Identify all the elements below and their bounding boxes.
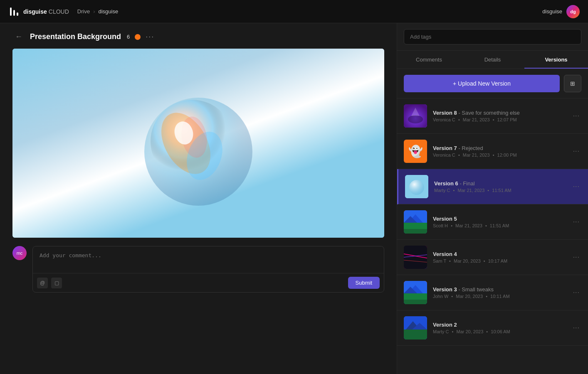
upload-new-version-button[interactable]: + Upload New Version bbox=[404, 75, 560, 92]
version-item-v7[interactable]: 👻Version 7 - RejectedVeronica C • Mar 21… bbox=[397, 134, 588, 169]
breadcrumb-current: disguise bbox=[99, 8, 119, 15]
version-info-v3: Version 3 - Small tweaksJohn W • Mar 20,… bbox=[433, 286, 566, 299]
user-menu[interactable]: disguise dg bbox=[542, 5, 580, 18]
version-info-v5: Version 5Scott H • Mar 21, 2023 • 11:51 … bbox=[433, 216, 566, 228]
version-item-v4[interactable]: Version 4Sam T • Mar 20, 2023 • 10:17 AM… bbox=[397, 240, 588, 275]
version-more-button-v8[interactable]: ··· bbox=[571, 111, 581, 121]
right-panel: Comments Details Versions + Upload New V… bbox=[397, 23, 588, 374]
svg-rect-1 bbox=[13, 10, 15, 16]
tab-comments[interactable]: Comments bbox=[397, 51, 461, 69]
svg-rect-29 bbox=[404, 330, 427, 340]
submit-comment-button[interactable]: Submit bbox=[348, 277, 380, 289]
file-comment-count: 6 bbox=[127, 34, 130, 40]
version-info-v4: Version 4Sam T • Mar 20, 2023 • 10:17 AM bbox=[433, 251, 566, 263]
version-more-button-v2[interactable]: ··· bbox=[571, 322, 581, 333]
svg-rect-18 bbox=[404, 229, 427, 234]
tags-bar[interactable] bbox=[397, 23, 588, 51]
file-more-button[interactable]: ··· bbox=[146, 32, 154, 41]
left-panel: ← Presentation Background 6 ··· bbox=[0, 23, 397, 374]
version-name-v6: Version 6 - Final bbox=[434, 180, 566, 187]
version-info-v8: Version 8 - Save for something elseVeron… bbox=[433, 110, 566, 122]
version-name-v7: Version 7 - Rejected bbox=[433, 145, 566, 151]
svg-rect-0 bbox=[10, 7, 12, 16]
version-name-v2: Version 2 bbox=[433, 322, 566, 328]
mention-button[interactable]: @ bbox=[37, 278, 48, 288]
version-meta-v5: Scott H • Mar 21, 2023 • 11:51 AM bbox=[433, 223, 566, 228]
version-info-v2: Version 2Marty C • Mar 20, 2023 • 10:06 … bbox=[433, 322, 566, 334]
version-name-v4: Version 4 bbox=[433, 251, 566, 257]
version-more-button-v7[interactable]: ··· bbox=[571, 146, 581, 157]
file-title: Presentation Background bbox=[30, 32, 121, 41]
version-thumb-v7: 👻 bbox=[404, 140, 427, 163]
svg-point-13 bbox=[409, 180, 424, 195]
file-header: ← Presentation Background 6 ··· bbox=[12, 32, 384, 42]
back-button[interactable]: ← bbox=[12, 32, 25, 42]
comment-section: mc @ ▢ Submit bbox=[12, 246, 384, 293]
comment-footer: @ ▢ Submit bbox=[33, 273, 384, 292]
version-meta-v2: Marty C • Mar 20, 2023 • 10:06 AM bbox=[433, 329, 566, 334]
version-item-v3[interactable]: Version 3 - Small tweaksJohn W • Mar 20,… bbox=[397, 275, 588, 310]
comment-tools: @ ▢ bbox=[37, 278, 62, 288]
view-toggle-button[interactable]: ⊞ bbox=[564, 75, 581, 92]
version-meta-v3: John W • Mar 20, 2023 • 10:11 AM bbox=[433, 294, 566, 299]
version-meta-v4: Sam T • Mar 20, 2023 • 10:17 AM bbox=[433, 258, 566, 263]
version-meta-v7: Veronica C • Mar 21, 2023 • 12:00 PM bbox=[433, 153, 566, 157]
comment-input[interactable] bbox=[33, 246, 384, 271]
user-name: disguise bbox=[542, 8, 562, 15]
svg-rect-27 bbox=[404, 300, 427, 304]
version-thumb-v5 bbox=[404, 210, 427, 234]
commenter-avatar: mc bbox=[12, 246, 27, 260]
version-item-v8[interactable]: Version 8 - Save for something elseVeron… bbox=[397, 98, 588, 134]
version-more-button-v5[interactable]: ··· bbox=[571, 217, 581, 227]
version-more-button-v3[interactable]: ··· bbox=[571, 287, 581, 298]
version-item-v5[interactable]: Version 5Scott H • Mar 21, 2023 • 11:51 … bbox=[397, 204, 588, 240]
logo[interactable]: disguise CLOUD bbox=[8, 6, 69, 17]
attach-button[interactable]: ▢ bbox=[51, 278, 62, 288]
version-thumb-v3 bbox=[404, 281, 427, 304]
version-thumb-v6 bbox=[405, 175, 428, 198]
tags-input[interactable] bbox=[404, 29, 581, 44]
version-more-button-v6[interactable]: ··· bbox=[571, 181, 581, 192]
version-item-v6[interactable]: Version 6 - FinalMarty C • Mar 21, 2023 … bbox=[397, 169, 588, 204]
version-info-v7: Version 7 - RejectedVeronica C • Mar 21,… bbox=[433, 145, 566, 157]
version-info-v6: Version 6 - FinalMarty C • Mar 21, 2023 … bbox=[434, 180, 566, 193]
version-name-v3: Version 3 - Small tweaks bbox=[433, 286, 566, 293]
tab-details[interactable]: Details bbox=[461, 51, 524, 69]
comment-box[interactable]: @ ▢ Submit bbox=[32, 246, 384, 293]
user-avatar: dg bbox=[566, 5, 580, 18]
preview-sphere bbox=[128, 73, 269, 214]
version-meta-v6: Marty C • Mar 21, 2023 • 11:51 AM bbox=[434, 188, 566, 193]
version-thumb-v8 bbox=[404, 104, 427, 128]
notification-dot bbox=[135, 34, 141, 40]
top-navigation: disguise CLOUD Drive › disguise disguise… bbox=[0, 0, 588, 23]
version-name-v8: Version 8 - Save for something else bbox=[433, 110, 566, 116]
svg-point-10 bbox=[408, 115, 423, 123]
svg-rect-2 bbox=[17, 12, 18, 16]
brand-name: disguise CLOUD bbox=[23, 8, 69, 15]
tabs-row: Comments Details Versions bbox=[397, 51, 588, 69]
version-meta-v8: Veronica C • Mar 21, 2023 • 12:07 PM bbox=[433, 117, 566, 122]
version-name-v5: Version 5 bbox=[433, 216, 566, 222]
image-preview bbox=[12, 49, 384, 238]
version-more-button-v4[interactable]: ··· bbox=[571, 252, 581, 263]
version-thumb-v4 bbox=[404, 246, 427, 269]
breadcrumb: Drive › disguise bbox=[77, 8, 118, 15]
versions-list: Version 8 - Save for something elseVeron… bbox=[397, 98, 588, 374]
version-thumb-v2 bbox=[404, 316, 427, 340]
breadcrumb-drive[interactable]: Drive bbox=[77, 8, 90, 15]
tab-versions[interactable]: Versions bbox=[524, 51, 588, 69]
version-item-v2[interactable]: Version 2Marty C • Mar 20, 2023 • 10:06 … bbox=[397, 310, 588, 346]
versions-toolbar: + Upload New Version ⊞ bbox=[397, 69, 588, 98]
